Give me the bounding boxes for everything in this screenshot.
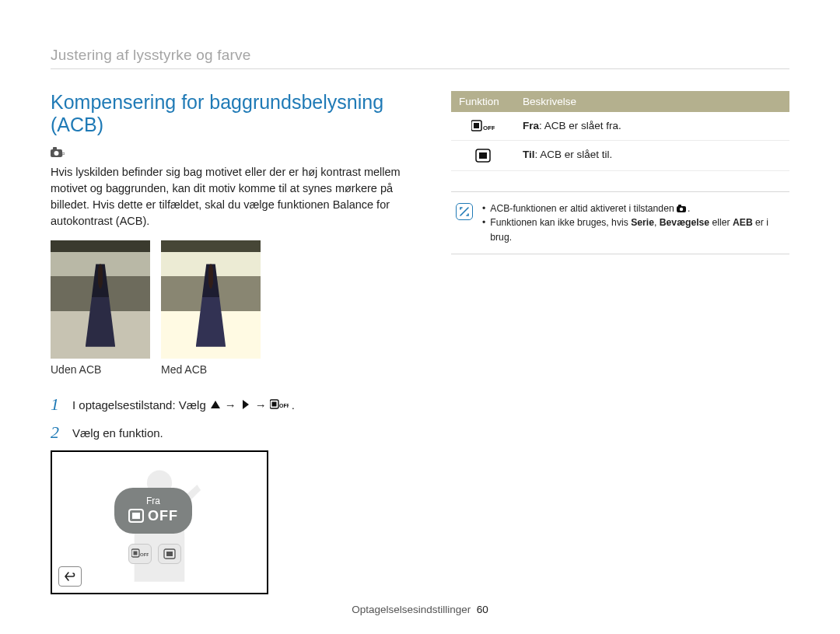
camera-p-icon: P	[51, 147, 65, 158]
cell-desc-off: Fra: ACB er slået fra.	[515, 112, 789, 140]
steps-list: 1 I optagelsestilstand: Vælg → →	[51, 394, 408, 443]
svg-text:P: P	[61, 152, 65, 157]
step-2-text: Vælg en funktion.	[72, 426, 163, 440]
back-button[interactable]	[58, 566, 82, 587]
svg-rect-21	[479, 152, 487, 159]
table-row: OFF Fra: ACB er slået fra.	[451, 112, 789, 141]
note-list: ACB-funktionen er altid aktiveret i tils…	[482, 201, 785, 244]
acb-on-icon	[475, 149, 491, 163]
svg-rect-23	[678, 205, 681, 207]
chip-acb-on[interactable]	[158, 544, 181, 564]
page-number: 60	[477, 604, 488, 615]
left-column: Kompensering for baggrundsbelysning (ACB…	[51, 91, 408, 594]
off-text: OFF	[148, 508, 178, 524]
svg-text:OFF: OFF	[140, 552, 149, 557]
acb-off-large-icon: OFF	[128, 508, 178, 524]
svg-rect-1	[53, 147, 57, 150]
body-text: Hvis lyskilden befinder sig bag motivet …	[51, 164, 408, 229]
cell-icon-off: OFF	[451, 112, 515, 140]
note-item: Funktionen kan ikke bruges, hvis Serie, …	[482, 215, 785, 244]
svg-rect-11	[132, 513, 140, 519]
right-caret-icon	[240, 399, 252, 410]
cell-desc-on: Til: ACB er slået til.	[515, 141, 789, 170]
option-chips: OFF	[128, 544, 181, 564]
right-column: Funktion Beskrivelse OFF Fra: ACB er slå…	[451, 91, 789, 594]
table-row: Til: ACB er slået til.	[451, 141, 789, 171]
note-icon	[456, 203, 473, 220]
page-title: Kompensering for baggrundsbelysning (ACB…	[51, 91, 408, 136]
page-footer: Optagelselsesindstillinger 60	[0, 604, 840, 615]
step-2: 2 Vælg en funktion.	[51, 422, 408, 443]
step-1: 1 I optagelsestilstand: Vælg → →	[51, 394, 408, 415]
step-number: 2	[51, 422, 65, 443]
acb-off-icon: OFF	[270, 399, 289, 410]
caption-with: Med ACB	[161, 363, 261, 376]
step-1-text: I optagelsestilstand: Vælg	[72, 398, 206, 412]
arrow-icon: →	[225, 398, 236, 412]
svg-text:OFF: OFF	[483, 124, 495, 131]
note-box: ACB-funktionen er altid aktiveret i tils…	[451, 191, 789, 254]
cell-icon-on	[451, 141, 515, 170]
mode-icon-row: P	[51, 147, 408, 158]
svg-text:OFF: OFF	[279, 403, 289, 408]
photo-row	[51, 240, 408, 359]
function-table: Funktion Beskrivelse OFF Fra: ACB er slå…	[451, 91, 789, 171]
th-function: Funktion	[451, 91, 515, 112]
svg-rect-18	[474, 123, 479, 128]
photo-without-acb	[51, 240, 150, 359]
caption-without: Uden ACB	[51, 363, 150, 376]
back-arrow-icon	[64, 571, 76, 582]
arrow-icon: →	[255, 398, 267, 412]
caption-row: Uden ACB Med ACB	[51, 363, 408, 376]
svg-point-24	[680, 208, 683, 211]
svg-marker-4	[211, 401, 220, 408]
th-description: Beskrivelse	[515, 91, 789, 112]
photo-with-acb	[161, 240, 261, 359]
camera-screen-preview: Fra OFF OFF	[51, 450, 268, 594]
footer-section: Optagelselsesindstillinger	[352, 604, 471, 615]
svg-rect-7	[271, 402, 276, 407]
step-number: 1	[51, 394, 65, 415]
chip-acb-off[interactable]: OFF	[128, 544, 152, 564]
acb-off-icon: OFF	[471, 120, 495, 132]
breadcrumb: Justering af lysstyrke og farve	[51, 47, 789, 69]
camera-mode-icon	[677, 205, 688, 213]
svg-rect-13	[134, 552, 138, 555]
bubble-label: Fra	[128, 496, 178, 506]
svg-rect-16	[166, 552, 173, 556]
selection-bubble: Fra OFF	[114, 488, 192, 534]
up-triangle-icon	[209, 399, 222, 410]
svg-marker-5	[243, 400, 249, 409]
table-header: Funktion Beskrivelse	[451, 91, 789, 112]
period: .	[292, 398, 295, 412]
svg-point-2	[54, 151, 59, 156]
note-item: ACB-funktionen er altid aktiveret i tils…	[482, 201, 785, 215]
